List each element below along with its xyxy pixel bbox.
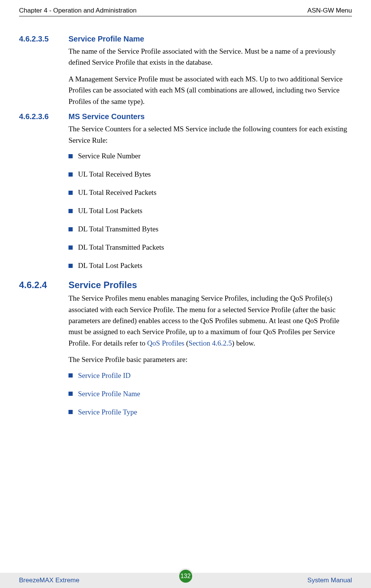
params-list: Service Profile ID Service Profile Name …	[68, 371, 352, 416]
cross-ref-link[interactable]: QoS Profiles	[147, 339, 185, 347]
page-number-badge: 132	[178, 568, 194, 584]
section-4-6-2-3-5: 4.6.2.3.5 Service Profile Name	[19, 35, 352, 43]
section-title: Service Profiles	[68, 280, 137, 290]
body-paragraph: The Service Profile basic parameters are…	[68, 354, 352, 365]
square-bullet-icon	[68, 410, 73, 414]
body-paragraph: The Service Counters for a selected MS S…	[68, 123, 352, 146]
body-paragraph: A Management Service Profile must be ass…	[68, 73, 352, 107]
header-right: ASN-GW Menu	[307, 7, 352, 14]
square-bullet-icon	[68, 227, 73, 231]
list-item: DL Total Transmitted Packets	[68, 243, 352, 252]
section-number: 4.6.2.3.6	[19, 112, 68, 121]
section-title: MS Service Counters	[68, 112, 145, 121]
page-number: 132	[180, 573, 191, 580]
list-item-label: UL Total Received Bytes	[78, 170, 151, 178]
footer-left: BreezeMAX Extreme	[19, 577, 80, 584]
section-4-6-2-3-6: 4.6.2.3.6 MS Service Counters	[19, 112, 352, 121]
list-item: UL Total Lost Packets	[68, 207, 352, 215]
list-item-link[interactable]: Service Profile ID	[78, 371, 131, 380]
body-paragraph: The name of the Service Profile associat…	[68, 46, 352, 68]
list-item: Service Profile Name	[68, 390, 352, 398]
header-left: Chapter 4 - Operation and Administration	[19, 7, 137, 14]
section-4-6-2-4: 4.6.2.4 Service Profiles	[19, 280, 352, 290]
list-item-label: Service Rule Number	[78, 152, 141, 160]
list-item-label: UL Total Lost Packets	[78, 207, 142, 215]
body-paragraph: The Service Profiles menu enables managi…	[68, 293, 352, 349]
list-item: Service Profile Type	[68, 408, 352, 416]
section-title: Service Profile Name	[68, 35, 144, 43]
paragraph-text: ) below.	[232, 339, 255, 347]
list-item: Service Rule Number	[68, 152, 352, 160]
square-bullet-icon	[68, 172, 73, 177]
list-item: UL Total Received Bytes	[68, 170, 352, 178]
square-bullet-icon	[68, 191, 73, 195]
list-item: Service Profile ID	[68, 371, 352, 380]
list-item-label: DL Total Lost Packets	[78, 261, 142, 270]
list-item-label: DL Total Transmitted Packets	[78, 243, 164, 252]
square-bullet-icon	[68, 209, 73, 213]
list-item: DL Total Lost Packets	[68, 261, 352, 270]
cross-ref-link[interactable]: Section 4.6.2.5	[189, 339, 232, 347]
square-bullet-icon	[68, 264, 73, 268]
square-bullet-icon	[68, 392, 73, 396]
paragraph-text: (	[185, 339, 189, 347]
section-number: 4.6.2.3.5	[19, 35, 68, 43]
list-item-label: UL Total Received Packets	[78, 188, 156, 197]
square-bullet-icon	[68, 154, 73, 158]
list-item-link[interactable]: Service Profile Name	[78, 390, 140, 398]
list-item-label: DL Total Transmitted Bytes	[78, 225, 158, 233]
page-header: Chapter 4 - Operation and Administration…	[19, 7, 352, 16]
square-bullet-icon	[68, 373, 73, 378]
list-item: UL Total Received Packets	[68, 188, 352, 197]
list-item-link[interactable]: Service Profile Type	[78, 408, 137, 416]
section-number: 4.6.2.4	[19, 280, 68, 290]
list-item: DL Total Transmitted Bytes	[68, 225, 352, 233]
square-bullet-icon	[68, 245, 73, 250]
footer-right: System Manual	[307, 577, 352, 584]
counters-list: Service Rule Number UL Total Received By…	[68, 152, 352, 270]
